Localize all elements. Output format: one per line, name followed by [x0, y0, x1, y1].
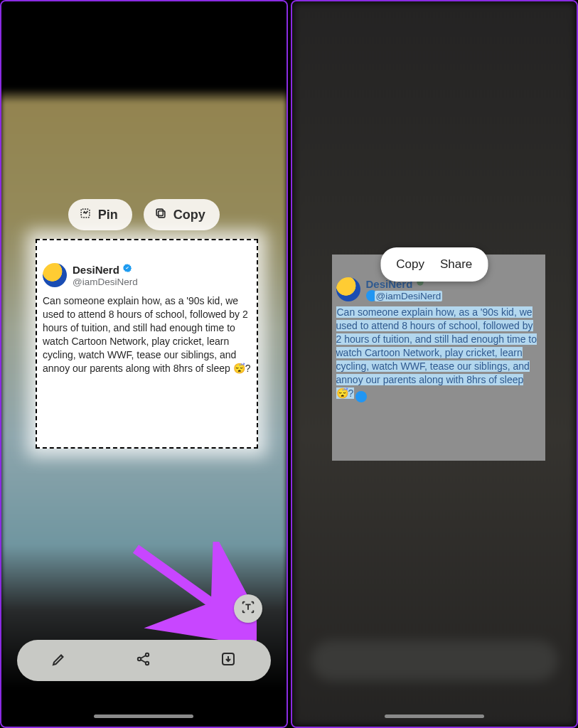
text-selection-menu: Copy Share — [380, 247, 488, 282]
screenshot-toolbar — [17, 640, 271, 681]
tweet-handle: @iamDesiNerd — [73, 277, 138, 287]
save-button[interactable] — [207, 643, 250, 678]
pencil-icon — [50, 658, 68, 670]
text-selection-pane: DesiNerd @iamDesiNerd Can someone explai… — [291, 0, 579, 728]
tweet-author: DesiNerd — [73, 264, 119, 276]
svg-point-6 — [146, 662, 149, 665]
share-icon — [135, 658, 152, 670]
svg-point-5 — [146, 653, 149, 656]
tweet-header: DesiNerd @iamDesiNerd — [43, 263, 251, 287]
selection-end-handle[interactable] — [355, 391, 367, 402]
verified-icon — [122, 263, 132, 276]
extracted-text-card: DesiNerd @iamDesiNerd Can someone explai… — [332, 255, 546, 461]
home-indicator[interactable] — [385, 714, 484, 718]
copy-icon — [154, 206, 168, 224]
share-button[interactable] — [122, 643, 165, 678]
smart-select-actions: Pin Copy — [1, 199, 287, 230]
text-extract-icon — [240, 599, 256, 618]
home-indicator[interactable] — [94, 714, 193, 718]
avatar — [43, 263, 67, 287]
svg-rect-2 — [156, 209, 163, 215]
download-icon — [220, 658, 237, 670]
text-extract-button[interactable] — [234, 594, 262, 623]
tweet-handle-selected[interactable]: @iamDesiNerd — [375, 291, 443, 301]
copy-label: Copy — [173, 208, 205, 223]
menu-copy[interactable]: Copy — [396, 257, 424, 272]
tweet-body-selected[interactable]: Can someone explain how, as a '90s kid, … — [336, 306, 542, 400]
pin-icon — [78, 206, 92, 224]
pin-button[interactable]: Pin — [68, 199, 132, 230]
menu-share[interactable]: Share — [440, 257, 472, 272]
avatar — [336, 277, 360, 301]
pin-label: Pin — [98, 208, 118, 223]
tweet-body: Can someone explain how, as a '90s kid, … — [43, 294, 251, 375]
capture-selection[interactable]: DesiNerd @iamDesiNerd Can someone explai… — [36, 239, 258, 449]
svg-point-4 — [138, 658, 141, 660]
copy-button[interactable]: Copy — [144, 199, 220, 230]
screenshot-smartselect-pane: Pin Copy DesiNerd — [0, 0, 288, 728]
svg-rect-1 — [158, 210, 164, 217]
edit-button[interactable] — [38, 643, 80, 678]
